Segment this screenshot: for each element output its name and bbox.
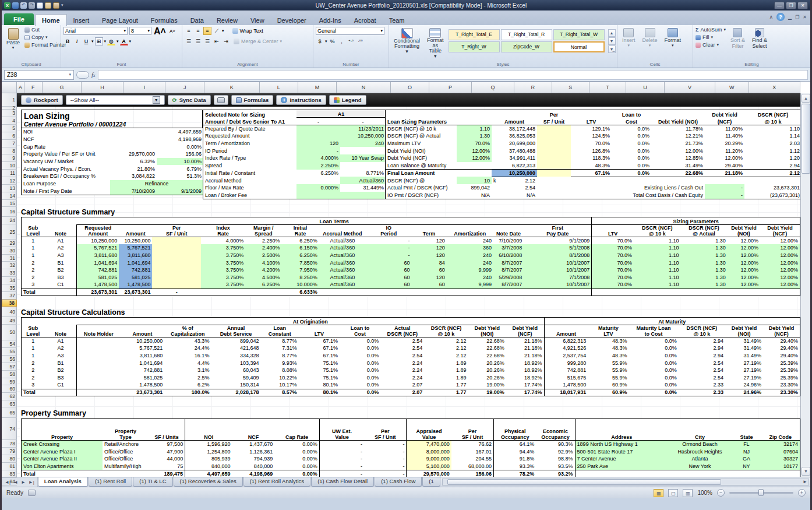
instructions-button[interactable]: iInstructions xyxy=(276,95,326,105)
rockport-button[interactable]: Rockport xyxy=(21,95,63,105)
page-break-view-icon[interactable]: ▥ xyxy=(683,489,693,497)
row-header-4[interactable]: 4 xyxy=(2,117,17,125)
cell[interactable]: 20.26% xyxy=(468,367,506,374)
cell[interactable]: 2,537,754 xyxy=(544,352,588,360)
copy-button[interactable]: Copy ▾ xyxy=(24,34,66,40)
cell[interactable]: A2 xyxy=(45,344,77,352)
cell[interactable]: PropertyType xyxy=(103,419,149,441)
save-icon[interactable] xyxy=(12,2,19,9)
decrease-indent-icon[interactable]: ⇤ xyxy=(213,37,221,45)
font-name-combo[interactable]: Arial▾ xyxy=(63,27,128,35)
cell[interactable]: - xyxy=(364,441,407,448)
print-button[interactable] xyxy=(214,95,228,105)
cell[interactable]: 2 xyxy=(22,359,45,367)
cell[interactable]: 23,673,301 xyxy=(77,289,119,296)
align-right-icon[interactable]: ☰ xyxy=(203,37,211,45)
cell[interactable]: NOI xyxy=(22,128,110,136)
cell[interactable]: 3 xyxy=(22,381,45,389)
cell[interactable]: 12.00% xyxy=(760,252,800,259)
cell[interactable]: 2.12 xyxy=(424,337,468,344)
cell[interactable]: 3.1% xyxy=(164,367,211,374)
cell[interactable]: Cost xyxy=(612,118,651,125)
cell[interactable]: 3,084,822 xyxy=(110,173,157,180)
cell[interactable]: Existing Liens / Cash Out xyxy=(571,184,705,192)
cell[interactable]: 6.79% xyxy=(157,165,203,173)
cell[interactable]: LTV xyxy=(571,118,612,125)
cell[interactable]: (23,673,301) xyxy=(744,192,800,199)
cell[interactable]: 1,478,500 xyxy=(121,381,164,389)
row-header-65[interactable]: 65 xyxy=(2,407,17,418)
cell[interactable]: 240 xyxy=(447,237,493,244)
cell[interactable]: 12.00% xyxy=(705,154,744,162)
cell[interactable]: Index Rate / Type xyxy=(203,154,296,162)
cell[interactable]: 29.40% xyxy=(763,352,800,360)
cell[interactable]: 32174 xyxy=(761,441,800,448)
cell[interactable]: 7.850% xyxy=(281,259,319,266)
cell[interactable] xyxy=(537,140,571,147)
row-header-11[interactable]: 11 xyxy=(2,170,17,177)
col-header-S[interactable]: S xyxy=(552,82,590,93)
format-painter-button[interactable]: Format Painter xyxy=(24,42,66,48)
col-header-M[interactable]: M xyxy=(298,82,337,93)
format-cells-button[interactable]: Format▾ xyxy=(662,27,684,60)
cell[interactable]: 129.1% xyxy=(571,125,612,132)
cell[interactable]: 67.1% xyxy=(571,170,612,177)
cell[interactable]: 515,675 xyxy=(544,374,588,382)
cell[interactable]: 1 xyxy=(22,352,45,360)
cell[interactable] xyxy=(77,389,121,396)
cell[interactable]: UW Est.Value xyxy=(319,419,364,441)
cell[interactable]: InitialRate xyxy=(281,224,319,237)
cell[interactable]: 29,570,000 xyxy=(407,470,451,477)
undo-icon[interactable]: ↶ xyxy=(20,2,27,9)
delete-cells-button[interactable]: Delete▾ xyxy=(640,27,660,60)
cell[interactable]: 500-501 State Route 17 xyxy=(575,448,668,455)
cell[interactable]: DSCR (NCF)@ 10 k xyxy=(424,325,468,337)
cell[interactable] xyxy=(744,177,800,184)
cell[interactable]: 1,437,670 xyxy=(232,441,275,448)
row-header-12[interactable]: 12 xyxy=(2,177,17,185)
cell[interactable]: 360 xyxy=(447,244,493,252)
row-header-34[interactable]: 34 xyxy=(2,277,17,284)
col-header-A[interactable]: A xyxy=(17,82,24,93)
cell[interactable]: 60.9% xyxy=(588,381,629,389)
cell[interactable]: 34,991,411 xyxy=(492,154,537,162)
cell[interactable]: Loan Sizing Parameters xyxy=(386,118,457,125)
cell[interactable]: Final Loan Amount xyxy=(386,170,457,177)
cell[interactable]: 9,000,000 xyxy=(407,455,451,463)
cell[interactable]: 55.9% xyxy=(588,359,629,367)
tab--1-rent-roll[interactable]: (1) Rent Roll xyxy=(89,477,132,487)
cell[interactable]: 0.00% xyxy=(274,455,319,463)
horizontal-scrollbar[interactable]: ► xyxy=(442,479,809,486)
cell[interactable]: FirstPay Date xyxy=(524,224,592,237)
merge-center-button[interactable]: Merge & Center ▾ xyxy=(234,38,282,44)
cell[interactable]: 0.0% xyxy=(629,389,678,396)
cell[interactable]: 10/1/2007 xyxy=(524,259,592,266)
col-header-N[interactable]: N xyxy=(337,82,391,93)
cell[interactable] xyxy=(537,125,571,132)
cell[interactable]: Note Holder xyxy=(77,325,121,337)
cell[interactable] xyxy=(245,289,281,296)
cell[interactable]: GA xyxy=(732,455,761,463)
cell[interactable] xyxy=(77,344,121,352)
cell[interactable] xyxy=(537,147,571,154)
cell[interactable]: Multifamily/High xyxy=(103,463,149,470)
cell[interactable]: 23,673,301 xyxy=(121,389,164,396)
cell[interactable]: 22.68% xyxy=(468,337,506,344)
cell[interactable]: 1,478,500 xyxy=(119,281,152,289)
row-header-49[interactable]: 49 xyxy=(2,317,17,325)
cell[interactable]: 8.771% xyxy=(340,170,386,177)
cell[interactable]: 5/29/2008 xyxy=(493,274,524,282)
cell[interactable]: Debt Yield(NCF) xyxy=(506,325,544,337)
cell[interactable] xyxy=(760,289,800,296)
cell[interactable]: Amount xyxy=(544,325,588,337)
cell[interactable]: 1.30 xyxy=(680,281,727,289)
cell[interactable]: New York xyxy=(668,463,732,470)
cell[interactable]: 64.1% xyxy=(494,441,536,448)
cell[interactable]: 3.750% xyxy=(201,252,245,259)
cell[interactable]: B3 xyxy=(45,374,77,382)
cell[interactable]: SubLevel xyxy=(22,325,45,337)
cell[interactable]: 0.00% xyxy=(274,463,319,470)
cell[interactable]: 60.9% xyxy=(588,389,629,396)
cell[interactable]: Center Avenue Plaza I xyxy=(22,448,103,455)
cell[interactable]: 6,822,313 xyxy=(492,162,537,170)
